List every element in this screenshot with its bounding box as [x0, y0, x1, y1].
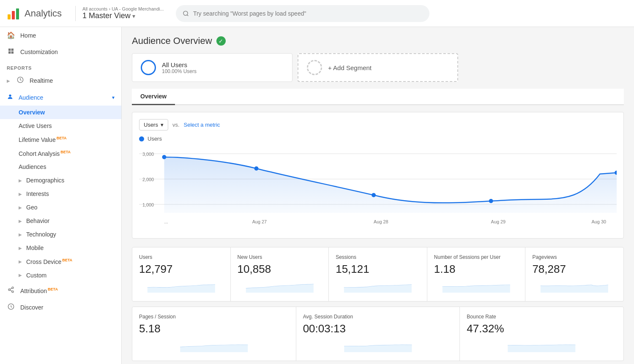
chart-container: Users ▾ vs. Select a metric Users 3,00: [132, 112, 624, 239]
technology-chevron-icon: ▶: [19, 232, 22, 237]
mini-chart-bounce-rate: [467, 339, 617, 352]
mini-chart-new-users: [238, 279, 322, 293]
mini-chart-avg-session-duration: [303, 339, 453, 352]
svg-rect-1: [12, 11, 15, 19]
search-input[interactable]: [193, 10, 423, 17]
sidebar-sub-label-demographics: Demographics: [26, 177, 64, 184]
sidebar-sub-active-users[interactable]: Active Users: [0, 119, 121, 133]
vs-text: vs.: [172, 122, 180, 128]
svg-point-3: [183, 11, 188, 15]
mini-chart-users: [139, 279, 224, 293]
demographics-chevron-icon: ▶: [19, 178, 22, 183]
beta-badge-lifetime: BETA: [57, 136, 67, 140]
sidebar-label-audience: Audience: [19, 94, 43, 101]
metric-label-sessions: Sessions: [336, 254, 420, 260]
sidebar-item-discover[interactable]: Discover: [0, 299, 121, 316]
header-divider: [75, 6, 76, 21]
chart-legend: Users: [139, 136, 617, 142]
line-chart-svg: 3,000 2,000 1,000 ... Aug 27 Aug 28 Aug …: [139, 145, 617, 230]
sidebar: 🏠 Home Customization REPORTS ▶ Realtime …: [0, 27, 122, 364]
home-icon: 🏠: [7, 31, 15, 39]
sidebar-sub-overview[interactable]: Overview: [0, 106, 121, 119]
metric-selector[interactable]: Users ▾: [139, 119, 168, 130]
segment-circle: [141, 60, 156, 75]
cross-device-chevron-icon: ▶: [19, 259, 22, 264]
sidebar-sub-demographics[interactable]: ▶ Demographics: [0, 174, 121, 187]
sidebar-sub-label-lifetime-value: Lifetime ValueBETA: [19, 136, 67, 143]
sidebar-sub-mobile[interactable]: ▶ Mobile: [0, 241, 121, 255]
sidebar-sub-audiences[interactable]: Audiences: [0, 160, 121, 174]
sidebar-item-audience[interactable]: Audience ▾: [0, 89, 121, 106]
sidebar-item-home[interactable]: 🏠 Home: [0, 27, 121, 43]
behavior-chevron-icon: ▶: [19, 219, 22, 223]
svg-point-11: [12, 287, 14, 288]
sidebar-sub-label-technology: Technology: [26, 231, 56, 238]
audience-icon: [7, 93, 14, 101]
metric-card-pageviews: Pageviews 78,287: [525, 247, 623, 301]
svg-point-29: [254, 166, 259, 171]
app-title: Analytics: [25, 8, 62, 19]
svg-text:Aug 30: Aug 30: [592, 219, 607, 224]
sidebar-sub-cross-device[interactable]: ▶ Cross DeviceBETA: [0, 255, 121, 269]
sidebar-sub-label-cross-device: Cross DeviceBETA: [26, 258, 72, 265]
tab-overview[interactable]: Overview: [132, 89, 175, 105]
metric-value-avg-session-duration: 00:03:13: [303, 322, 453, 335]
sidebar-item-customization[interactable]: Customization: [0, 43, 121, 60]
add-segment-button[interactable]: + Add Segment: [298, 53, 458, 82]
interests-chevron-icon: ▶: [19, 192, 22, 196]
metrics-grid-row2: Pages / Session 5.18 Avg. Session Durati…: [132, 307, 624, 361]
segment-name: All Users: [162, 61, 197, 68]
search-bar[interactable]: [176, 5, 429, 22]
sidebar-item-attribution[interactable]: AttributionBETA: [0, 282, 121, 299]
metric-value-pages-per-session: 5.18: [139, 322, 289, 335]
sidebar-sub-label-cohort: Cohort AnalysisBETA: [19, 150, 71, 157]
svg-text:Aug 28: Aug 28: [374, 219, 388, 224]
segment-info: All Users 100.00% Users: [162, 61, 197, 74]
sidebar-sub-technology[interactable]: ▶ Technology: [0, 228, 121, 241]
verified-icon: ✓: [216, 36, 226, 46]
page-title-row: Audience Overview ✓: [132, 35, 624, 46]
metrics-grid-row1: Users 12,797 New Users 10,858 Sessions 1…: [132, 247, 624, 302]
svg-text:3,000: 3,000: [142, 152, 154, 157]
svg-rect-0: [8, 14, 11, 19]
geo-chevron-icon: ▶: [19, 205, 22, 210]
sidebar-sub-geo[interactable]: ▶ Geo: [0, 201, 121, 214]
sidebar-sub-cohort-analysis[interactable]: Cohort AnalysisBETA: [0, 147, 121, 160]
segment-sub: 100.00% Users: [162, 68, 197, 74]
sidebar-sub-lifetime-value[interactable]: Lifetime ValueBETA: [0, 133, 121, 147]
metric-card-new-users: New Users 10,858: [231, 247, 329, 301]
svg-line-4: [187, 14, 188, 16]
metric-value-new-users: 10,858: [238, 263, 322, 276]
sidebar-sub-behavior[interactable]: ▶ Behavior: [0, 214, 121, 228]
top-header: Analytics All accounts › UA - Google Mer…: [0, 0, 634, 27]
content-area: Audience Overview ✓ All Users 100.00% Us…: [122, 27, 634, 364]
svg-point-13: [12, 291, 14, 293]
svg-rect-6: [11, 49, 14, 51]
segment-card-all-users[interactable]: All Users 100.00% Users: [132, 53, 292, 82]
svg-rect-5: [8, 49, 11, 51]
beta-badge-cross-device: BETA: [62, 258, 72, 262]
sidebar-label-home: Home: [20, 32, 36, 39]
custom-chevron-icon: ▶: [19, 273, 22, 277]
beta-badge-attribution: BETA: [48, 287, 58, 291]
metric-value-users: 12,797: [139, 263, 224, 276]
tabs-row: Overview: [132, 89, 624, 105]
svg-line-14: [10, 290, 12, 291]
legend-dot-users: [139, 136, 144, 141]
sidebar-sub-label-interests: Interests: [26, 190, 49, 197]
sidebar-sub-label-overview: Overview: [19, 109, 45, 116]
chevron-right-icon: ▶: [7, 79, 10, 83]
mini-chart-pageviews: [532, 279, 617, 293]
svg-text:Aug 27: Aug 27: [252, 219, 267, 224]
mobile-chevron-icon: ▶: [19, 246, 22, 250]
sidebar-sub-custom[interactable]: ▶ Custom: [0, 269, 121, 282]
sidebar-sub-interests[interactable]: ▶ Interests: [0, 187, 121, 201]
metric-label-users: Users: [139, 254, 224, 260]
metric-label-new-users: New Users: [238, 254, 322, 260]
select-metric-link[interactable]: Select a metric: [184, 122, 220, 128]
analytics-logo-icon: [7, 7, 20, 20]
metric-label-sessions-per-user: Number of Sessions per User: [434, 254, 519, 260]
svg-text:...: ...: [164, 219, 168, 224]
view-selector[interactable]: 1 Master View ▾: [82, 11, 164, 20]
sidebar-item-realtime[interactable]: ▶ Realtime: [0, 72, 121, 89]
